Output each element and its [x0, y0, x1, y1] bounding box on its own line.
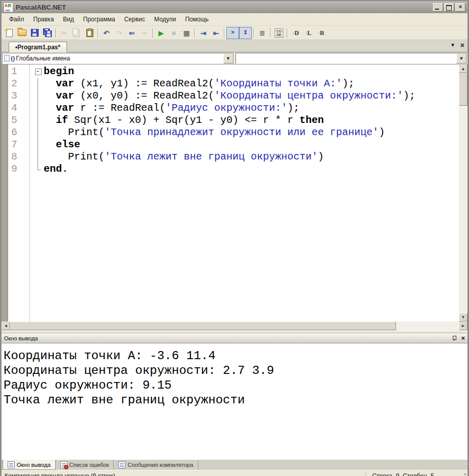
output-close-icon[interactable]: ×	[461, 335, 465, 341]
code-editor[interactable]: 1begin2 var (x1, y1) := ReadReal2('Коорд…	[2, 64, 467, 330]
menu-bar: ФайлПравкаВидПрограммаСервисМодулиПомощь	[2, 13, 467, 26]
bottom-tab-label: Сообщения компилятора	[127, 462, 193, 468]
code-text: Print('Точка лежит вне границ окружности…	[44, 151, 459, 163]
insert-l-button[interactable]: ↓L	[302, 27, 315, 39]
open-file-icon	[18, 29, 26, 36]
code-line[interactable]: 3 var (x0, y0) := ReadReal2('Координаты …	[2, 90, 459, 102]
open-file-button[interactable]	[16, 27, 28, 39]
editor-vertical-scrollbar[interactable]: ▲ ▼	[459, 65, 467, 322]
column-value: 5	[430, 472, 434, 476]
vertical-scroll-thumb[interactable]	[459, 73, 467, 106]
insert-r-button[interactable]: ↓R	[315, 27, 327, 39]
build-button[interactable]: ▦	[180, 27, 193, 39]
menu-item-program[interactable]: Программа	[79, 14, 120, 24]
code-line[interactable]: 5 if Sqr(x1 - x0) + Sqr(y1 - y0) <= r * …	[2, 114, 459, 126]
editor-horizontal-scrollbar[interactable]: ◄ ►	[2, 322, 467, 330]
scroll-down-icon[interactable]: ▼	[459, 313, 467, 322]
column-label: Столбец	[403, 472, 427, 476]
fold-column	[32, 163, 44, 175]
indent-increase-button[interactable]: ⇥	[197, 27, 210, 39]
copy-button[interactable]	[71, 27, 83, 39]
nav-back-button[interactable]: ⇐	[125, 27, 138, 39]
undo-button[interactable]: ↶	[100, 27, 113, 39]
insert-d-button[interactable]: ↓D	[289, 27, 302, 39]
app-icon: AB .net	[4, 3, 13, 12]
code-line[interactable]: 9end.	[2, 163, 459, 175]
horizontal-scroll-thumb[interactable]	[10, 322, 396, 330]
tab-program1[interactable]: •Program1.pas*	[9, 42, 67, 52]
minimize-button[interactable]	[433, 3, 443, 12]
menu-item-modules[interactable]: Модули	[150, 14, 181, 24]
copy-icon	[73, 28, 78, 36]
menu-item-file[interactable]: Файл	[5, 14, 29, 24]
toolbar: ✶✂↶↷⇐⇒▶■▦⇥⇤>I≣CODE↓D↓L↓R	[2, 26, 467, 40]
code-line[interactable]: 1begin	[2, 66, 459, 78]
resize-grip-icon[interactable]	[459, 473, 466, 476]
code-templates-button[interactable]: CODE	[273, 27, 285, 39]
code-line[interactable]: 4 var r := ReadReal('Радиус окружности:'…	[2, 102, 459, 114]
status-bar: Компиляция прошла успешно (9 строк) Стро…	[2, 470, 467, 476]
paste-button[interactable]	[83, 27, 96, 39]
save-all-button[interactable]	[41, 27, 54, 39]
window-title: PascalABC.NET	[16, 4, 66, 11]
tab-list-chevron-icon[interactable]: ▼	[450, 42, 455, 48]
menu-item-edit[interactable]: Правка	[29, 14, 59, 24]
scroll-right-icon[interactable]: ►	[459, 322, 467, 330]
redo-icon: ↷	[116, 29, 122, 37]
save-file-icon	[31, 29, 39, 37]
bottom-tab-error-list[interactable]: Список ошибок	[56, 460, 114, 470]
code-line[interactable]: 8 Print('Точка лежит вне границ окружнос…	[2, 151, 459, 163]
stop-icon: ■	[172, 29, 176, 37]
scope-combobox[interactable]: {} Глобальные имена ▼	[2, 53, 234, 64]
bottom-tab-output-window[interactable]: Окно вывода	[3, 460, 56, 470]
nav-forward-button[interactable]: ⇒	[138, 27, 151, 39]
menu-item-help[interactable]: Помощь	[181, 14, 213, 24]
output-text: Координаты точки A: -3.6 11.4 Координаты…	[2, 343, 467, 460]
menu-item-view[interactable]: Вид	[58, 14, 79, 24]
bottom-tab-label: Окно вывода	[17, 462, 51, 468]
bottom-tab-bar: Окно выводаСписок ошибокСообщения компил…	[2, 460, 467, 470]
title-bar: AB .net PascalABC.NET ×	[2, 1, 467, 13]
scroll-up-icon[interactable]: ▲	[459, 65, 467, 73]
menu-item-service[interactable]: Сервис	[120, 14, 150, 24]
scope-combo-dropdown-icon[interactable]: ▼	[223, 53, 233, 64]
member-combobox[interactable]: ▼	[236, 53, 467, 64]
scroll-left-icon[interactable]: ◄	[2, 322, 10, 330]
fold-column	[32, 66, 44, 78]
run-icon: ▶	[158, 29, 164, 37]
editor-lines: 1begin2 var (x1, y1) := ReadReal2('Коорд…	[2, 66, 459, 175]
stop-button[interactable]: ■	[168, 27, 180, 39]
redo-button[interactable]: ↷	[113, 27, 125, 39]
text-window-toggle-button[interactable]: I	[239, 27, 252, 39]
text-window-toggle-icon: I	[244, 30, 247, 36]
indent-decrease-button[interactable]: ⇤	[210, 27, 222, 39]
fold-column	[32, 151, 44, 163]
code-line[interactable]: 6 Print('Точка принадлежит окружности ил…	[2, 126, 459, 139]
save-file-button[interactable]	[28, 27, 41, 39]
code-line[interactable]: 2 var (x1, y1) := ReadReal2('Координаты …	[2, 78, 459, 90]
output-panel-title: Окно вывода	[4, 335, 38, 341]
line-number: 6	[8, 126, 32, 139]
toolbar-separator	[270, 28, 271, 38]
indent-decrease-icon: ⇤	[213, 29, 219, 37]
cut-button[interactable]: ✂	[58, 27, 71, 39]
maximize-button[interactable]	[444, 3, 454, 12]
tab-close-icon[interactable]: ×	[460, 43, 464, 48]
line-number: 4	[8, 102, 32, 114]
close-button[interactable]: ×	[455, 3, 465, 12]
console-window-toggle-button[interactable]: >	[226, 27, 239, 39]
fold-column	[32, 102, 44, 114]
format-source-button[interactable]: ≣	[256, 27, 269, 39]
collapse-icon[interactable]	[35, 69, 42, 75]
fold-column	[32, 139, 44, 151]
bottom-tab-compiler-messages[interactable]: Сообщения компилятора	[114, 460, 198, 470]
new-file-button[interactable]: ✶	[3, 27, 16, 39]
run-button[interactable]: ▶	[155, 27, 168, 39]
code-line[interactable]: 7 else	[2, 139, 459, 151]
toolbar-separator	[97, 28, 98, 38]
code-text: end.	[44, 163, 459, 175]
pin-icon[interactable]	[452, 336, 456, 341]
paste-icon	[86, 29, 93, 37]
member-combo-dropdown-icon[interactable]: ▼	[456, 53, 466, 64]
fold-column	[32, 78, 44, 90]
